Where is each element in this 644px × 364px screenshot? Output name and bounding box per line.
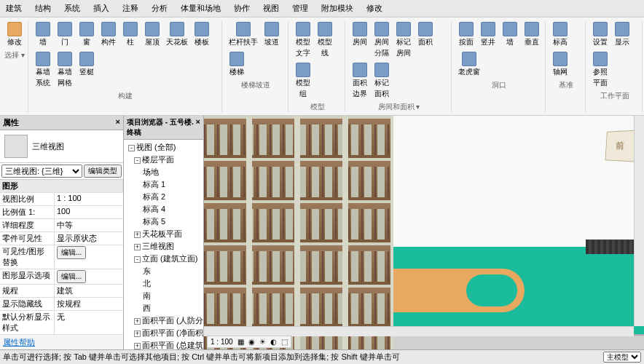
menu-插入[interactable]: 插入 [90,1,112,15]
ribbon-模型线[interactable]: 模型线 [315,20,335,60]
ribbon-面积[interactable]: 面积 [415,20,436,60]
props-value[interactable]: 无 [55,311,123,334]
tree-item[interactable]: 标高 2 [125,191,202,203]
menu-管理[interactable]: 管理 [289,1,311,15]
tree-item[interactable]: 标高 1 [125,178,202,191]
tree-item[interactable]: 标高 5 [125,215,202,228]
menu-视图[interactable]: 视图 [260,1,282,15]
ribbon-显示[interactable]: 显示 [612,20,632,49]
ribbon-构件[interactable]: 构件 [98,20,119,49]
ribbon-栏杆扶手[interactable]: 栏杆扶手 [227,20,260,49]
tree-item[interactable]: 北 [125,277,202,290]
edit-type-button[interactable]: 编辑类型 [84,165,122,178]
menu-协作[interactable]: 协作 [231,1,253,15]
props-value[interactable]: 100 [55,206,123,218]
menu-体量和场地[interactable]: 体量和场地 [178,1,224,15]
tree-item[interactable]: -立面 (建筑立面) [125,253,202,265]
ribbon-门[interactable]: 门 [55,20,75,49]
tree-toggle-icon[interactable]: - [128,145,135,151]
tree-toggle-icon[interactable]: + [134,232,141,238]
ribbon-参照平面[interactable]: 参照平面 [590,50,610,90]
ribbon-轴网[interactable]: 轴网 [550,50,570,79]
visual-style-icon[interactable]: ◉ [248,338,255,346]
ribbon-标记房间[interactable]: 标记房间 [393,20,414,60]
menu-修改[interactable]: 修改 [364,1,385,15]
shadows-icon[interactable]: ◐ [270,338,277,346]
ribbon-设置[interactable]: 设置 [590,20,610,49]
close-icon[interactable]: × [196,117,200,138]
ribbon-坡道[interactable]: 坡道 [262,20,282,49]
ribbon-标记面积[interactable]: 标记面积 [372,61,392,100]
ribbon-墙[interactable]: 墙 [33,20,53,49]
tree-toggle-icon[interactable]: + [134,343,141,349]
menu-注释[interactable]: 注释 [119,1,141,15]
ribbon-按面[interactable]: 按面 [456,20,476,49]
ribbon-墙[interactable]: 墙 [500,20,520,49]
props-value[interactable]: 建筑 [55,285,123,297]
tree-item[interactable]: 场地 [125,166,202,178]
menu-系统[interactable]: 系统 [61,1,83,15]
tree-toggle-icon[interactable]: + [134,318,141,325]
ribbon-模型组[interactable]: 模型组 [293,61,313,100]
menu-结构[interactable]: 结构 [32,1,54,15]
tree-item[interactable]: +面积平面 (人防分区面积) [125,314,202,327]
scrollbar-horizontal[interactable] [204,326,634,336]
ribbon-幕墙网格[interactable]: 幕墙网格 [55,50,75,90]
tree-toggle-icon[interactable]: - [134,157,141,164]
menu-附加模块[interactable]: 附加模块 [318,1,356,15]
detail-level-icon[interactable]: ▦ [237,338,244,346]
crop-icon[interactable]: ⬚ [281,338,288,346]
type-selector[interactable]: 三维视图 [0,130,123,163]
ribbon-房间分隔[interactable]: 房间分隔 [372,20,392,60]
tree-item[interactable]: +面积平面 (净面积) [125,327,202,339]
props-value[interactable]: 1 : 100 [55,193,123,205]
props-value[interactable]: 编辑... [55,245,123,269]
tree-item[interactable]: -楼层平面 [125,154,202,166]
workset-filter[interactable]: 主模型 [603,352,641,363]
view-control-bar: 1 : 100 ▦ ◉ ☀ ◐ ⬚ [207,336,291,348]
props-value[interactable]: 显示原状态 [55,232,123,245]
ribbon-楼梯[interactable]: 楼梯 [227,50,247,79]
ribbon-天花板[interactable]: 天花板 [164,20,190,49]
edit-button[interactable]: 编辑... [57,270,86,283]
viewport-3d[interactable]: 前 1 : 100 ▦ ◉ ☀ ◐ ⬚ [204,116,644,349]
ribbon-修改[interactable]: 修改 [4,20,25,49]
menu-建筑[interactable]: 建筑 [3,1,25,15]
tree-item[interactable]: 东 [125,265,202,277]
props-value[interactable]: 中等 [55,219,123,232]
ribbon-老虎窗[interactable]: 老虎窗 [456,50,482,79]
ribbon-房间[interactable]: 房间 [350,20,370,60]
tree-item[interactable]: -视图 (全部) [125,141,202,154]
props-value[interactable]: 编辑... [55,269,123,284]
scrollbar-vertical[interactable] [634,116,644,326]
ribbon-面积边界[interactable]: 面积边界 [350,61,370,100]
close-icon[interactable]: × [116,117,120,128]
tree-item[interactable]: +面积平面 (总建筑面积) [125,339,202,349]
tree-item[interactable]: 西 [125,302,202,314]
properties-help-link[interactable]: 属性帮助 [3,338,35,347]
tree-item[interactable]: 标高 4 [125,203,202,215]
ribbon-柱[interactable]: 柱 [120,20,141,49]
tree-toggle-icon[interactable]: + [134,244,141,250]
tree-item[interactable]: +天花板平面 [125,228,202,240]
sun-path-icon[interactable]: ☀ [259,338,266,346]
ribbon-竖梃[interactable]: 竖梃 [76,50,97,90]
ribbon-幕墙系统[interactable]: 幕墙系统 [33,50,53,90]
tree-item[interactable]: 南 [125,290,202,302]
tree-toggle-icon[interactable]: - [134,256,141,263]
instance-selector[interactable]: 三维视图: {三维} [1,165,82,178]
ribbon-屋顶[interactable]: 屋顶 [142,20,162,49]
ribbon-楼板[interactable]: 楼板 [192,20,212,49]
ribbon-模型文字[interactable]: 模型文字 [293,20,313,60]
ribbon-垂直[interactable]: 垂直 [522,20,542,49]
ribbon-标高[interactable]: 标高 [550,20,570,49]
edit-button[interactable]: 编辑... [57,246,86,259]
tree-toggle-icon[interactable]: + [134,331,141,337]
ribbon-窗[interactable]: 窗 [76,20,97,49]
tree-item[interactable]: +三维视图 [125,240,202,253]
ribbon-竖井[interactable]: 竖井 [478,20,498,49]
menu-分析[interactable]: 分析 [149,1,170,15]
props-value[interactable]: 按规程 [55,298,123,310]
view-cube[interactable]: 前 [605,130,635,162]
view-scale[interactable]: 1 : 100 [211,338,233,346]
